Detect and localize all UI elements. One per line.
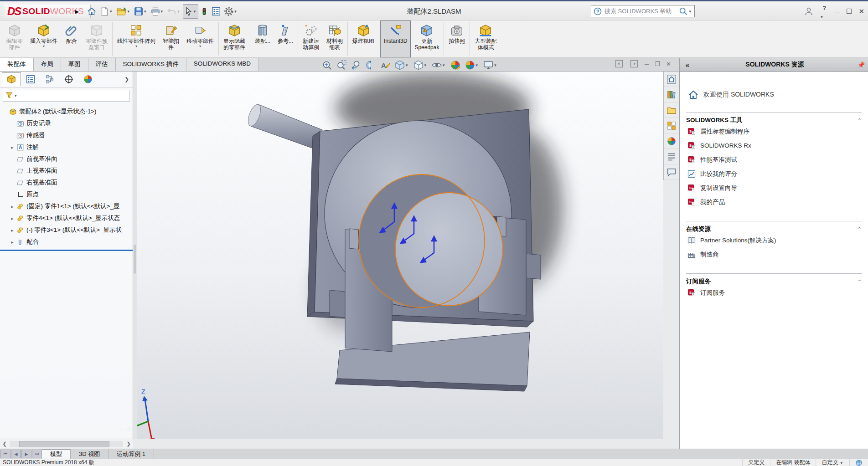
doc-tab-3D-视图[interactable]: 3D 视图: [71, 449, 108, 459]
dropdown-icon[interactable]: ▾: [194, 9, 196, 14]
featuremanager-tab[interactable]: [2, 72, 21, 86]
prev-tab-button[interactable]: ◀: [11, 450, 21, 458]
insert-components-button[interactable]: 插入零部件▾: [26, 20, 61, 57]
taskpane-tab-appearances[interactable]: [664, 133, 679, 149]
section-header[interactable]: SOLIDWORKS 工具 ⌃: [686, 112, 862, 124]
taskpane-link[interactable]: S 性能基准测试: [686, 153, 862, 167]
minimize-button[interactable]: ─: [835, 8, 840, 15]
dropdown-icon[interactable]: ▾: [161, 9, 163, 14]
large-assembly-mode-button[interactable]: 大型装配 体模式: [471, 20, 500, 57]
taskpane-link[interactable]: 比较我的评分: [686, 167, 862, 181]
expand-arrow-icon[interactable]: ▸: [9, 204, 16, 209]
web-globe-icon[interactable]: [849, 459, 868, 466]
tree-filter-input[interactable]: ▾: [3, 90, 130, 102]
rollback-bar[interactable]: [0, 250, 133, 251]
section-header[interactable]: 订阅服务 ⌃: [686, 273, 862, 286]
update-speedpak-button[interactable]: !更新 Speedpak: [411, 20, 443, 57]
taskpane-link[interactable]: 制造商: [686, 247, 862, 261]
tab-solidworks-插件[interactable]: SOLIDWORKS 插件: [116, 58, 186, 71]
hide-show-items-button[interactable]: ▾: [430, 59, 447, 71]
expand-arrow-icon[interactable]: ▸: [9, 145, 16, 150]
move-component-button[interactable]: 移动零部件▾: [183, 20, 217, 57]
status-custom[interactable]: 自定义▾: [816, 459, 849, 466]
view-orientation-button[interactable]: ▾: [393, 59, 410, 71]
doc-close-button[interactable]: ✕: [666, 61, 671, 67]
dropdown-icon[interactable]: ▾: [144, 9, 146, 14]
tree-item[interactable]: 传感器: [0, 129, 133, 141]
chevron-up-icon[interactable]: ⌃: [858, 279, 862, 285]
view-settings-button[interactable]: ▾: [482, 59, 499, 71]
tab-solidworks-mbd[interactable]: SOLIDWORKS MBD: [186, 58, 258, 71]
doc-minimize-button[interactable]: ─: [645, 61, 649, 67]
maximize-button[interactable]: ☐: [846, 7, 852, 15]
open-button[interactable]: ▾: [115, 5, 132, 18]
expand-arrow-icon[interactable]: ▸: [9, 240, 16, 245]
dropdown-icon[interactable]: ▾: [424, 63, 427, 67]
display-style-button[interactable]: ▾: [412, 59, 429, 71]
dropdown-icon[interactable]: ▾: [476, 63, 478, 67]
tab-布局[interactable]: 布局: [34, 58, 61, 71]
welcome-link[interactable]: 欢迎使用 SOLIDWORKS: [688, 89, 868, 100]
bill-of-materials-button[interactable]: 材料明 细表: [323, 20, 346, 57]
file-properties-button[interactable]: [210, 5, 222, 18]
expand-arrow-icon[interactable]: ▸: [9, 228, 16, 233]
panel-tabs-overflow-icon[interactable]: ❯: [124, 76, 129, 82]
splitter-grip-icon[interactable]: [134, 245, 136, 274]
taskpane-link[interactable]: S 我的产品: [686, 195, 862, 209]
taskpane-tab-custom-properties[interactable]: [664, 149, 679, 164]
tree-item[interactable]: ▸(固定) 零件1<1> (默认<<默认>_显: [0, 200, 133, 212]
show-hidden-components-button[interactable]: 显示隐藏 的零部件: [220, 20, 249, 57]
scroll-left-icon[interactable]: ❮: [0, 441, 9, 447]
scrollbar-thumb[interactable]: [19, 441, 109, 447]
tree-item[interactable]: ▸零件4<1> (默认<<默认>_显示状态: [0, 212, 133, 224]
rebuild-button[interactable]: [199, 5, 209, 18]
reference-geometry-button[interactable]: 参考...: [274, 20, 297, 57]
doc-tab-运动算例-1[interactable]: 运动算例 1: [108, 449, 154, 459]
dropdown-icon[interactable]: ▾: [135, 44, 137, 49]
section-view-button[interactable]: [364, 59, 377, 71]
exploded-view-button[interactable]: 爆炸视图: [349, 20, 378, 57]
pin-icon[interactable]: 📌: [854, 61, 868, 68]
save-button[interactable]: ▾: [133, 5, 149, 18]
take-snapshot-button[interactable]: 拍快照: [445, 20, 469, 57]
tree-item[interactable]: 原点: [0, 189, 133, 200]
dropdown-icon[interactable]: ▾: [443, 63, 445, 67]
chevron-up-icon[interactable]: ⌃: [858, 118, 862, 123]
taskpane-tab-view-palette[interactable]: [664, 118, 679, 133]
dropdown-icon[interactable]: ▾: [406, 63, 408, 67]
tree-item[interactable]: ▸配合: [0, 236, 133, 248]
tab-草图[interactable]: 草图: [61, 58, 88, 71]
dropdown-icon[interactable]: ▾: [128, 9, 130, 14]
taskpane-tab-resources[interactable]: [664, 72, 679, 87]
new-document-button[interactable]: ▾: [98, 5, 114, 18]
dropdown-icon[interactable]: ▾: [234, 9, 237, 14]
propertymanager-tab[interactable]: [21, 72, 40, 86]
dropdown-icon[interactable]: ▾: [43, 44, 45, 49]
taskpane-tab-forum[interactable]: [664, 164, 679, 180]
previous-view-button[interactable]: [350, 59, 362, 71]
search-dropdown-icon[interactable]: ▾: [689, 9, 691, 14]
tree-item[interactable]: 上视基准面: [0, 165, 133, 177]
taskpane-tab-file-explorer[interactable]: [664, 102, 679, 118]
dropdown-icon[interactable]: ▾: [494, 63, 496, 67]
close-button[interactable]: ✕: [858, 7, 864, 15]
first-tab-button[interactable]: ⏮: [0, 450, 10, 458]
edit-appearance-button[interactable]: [449, 59, 462, 71]
tree-item[interactable]: ▸A注解: [0, 141, 133, 153]
shaft-component[interactable]: [246, 103, 322, 152]
zoom-fit-button[interactable]: [320, 59, 333, 71]
taskpane-link[interactable]: Partner Solutions(解决方案): [686, 233, 862, 247]
instant3d-button[interactable]: Instant3D: [380, 20, 411, 57]
dropdown-icon[interactable]: ▾: [840, 461, 842, 465]
last-tab-button[interactable]: ⏭: [32, 450, 42, 458]
apply-scene-button[interactable]: ▾: [464, 59, 480, 71]
select-button[interactable]: ▾: [183, 4, 199, 19]
filter-funnel-icon[interactable]: [5, 91, 14, 100]
displaymanager-tab[interactable]: [78, 72, 98, 86]
scroll-right-icon[interactable]: ❯: [124, 441, 133, 447]
print-button[interactable]: ▾: [150, 5, 165, 18]
assembly-features-button[interactable]: 装配...: [251, 20, 274, 57]
taskpane-link[interactable]: S 复制设置向导: [686, 181, 862, 195]
chevron-up-icon[interactable]: ⌃: [858, 226, 862, 232]
configurationmanager-tab[interactable]: [40, 72, 59, 86]
